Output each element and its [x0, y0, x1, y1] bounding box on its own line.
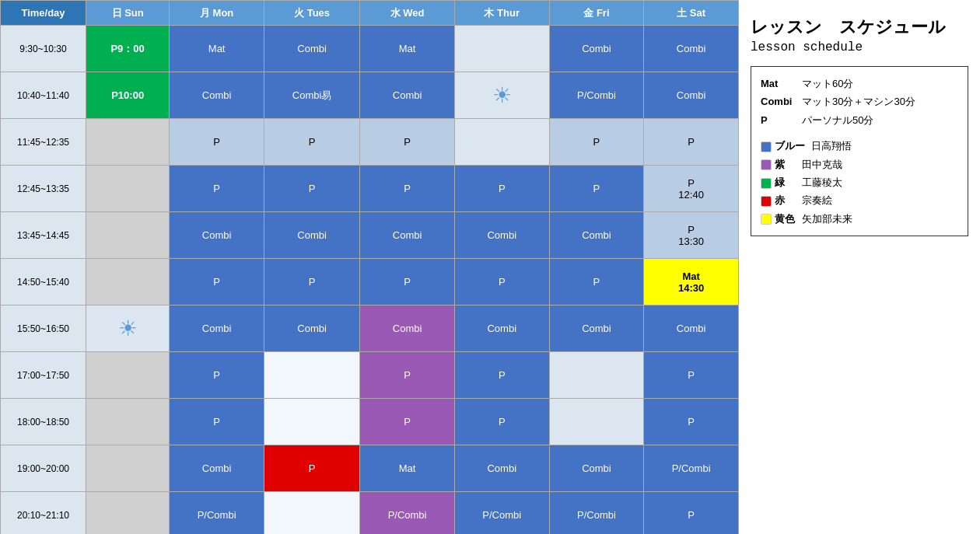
cell-fri-5: P	[549, 259, 644, 305]
cell-thu-9: Combi	[454, 445, 549, 492]
cell-mon-2: P	[170, 119, 264, 166]
color-dot	[761, 159, 772, 170]
cell-tue-4: Combi	[264, 212, 359, 259]
color-dot	[761, 214, 772, 225]
legend-color-row: 黄色矢加部未来	[761, 210, 958, 228]
time-cell-1: 10:40~11:40	[1, 72, 86, 119]
sun-icon: ☀	[118, 316, 138, 340]
cell-tue-10	[264, 492, 359, 535]
cell-wed-9: Mat	[360, 445, 455, 492]
cell-sat-9: P/Combi	[644, 445, 739, 492]
cell-fri-10: P/Combi	[549, 492, 644, 535]
header-wed: 水 Wed	[360, 1, 455, 26]
cell-fri-4: Combi	[549, 212, 644, 259]
color-label-text: 赤	[761, 191, 796, 209]
cell-sat-1: Combi	[644, 72, 739, 119]
color-person-name: 日高翔悟	[811, 137, 958, 155]
cell-fri-8	[549, 399, 644, 445]
cell-mon-1: Combi	[170, 72, 264, 119]
cell-fri-6: Combi	[549, 305, 644, 352]
cell-thu-4: Combi	[454, 212, 549, 259]
time-cell-10: 20:10~21:10	[1, 492, 86, 535]
cell-sat-7: P	[644, 352, 739, 399]
legend-color-row: 緑工藤稜太	[761, 173, 958, 191]
cell-tue-9: P	[264, 445, 359, 492]
color-dot	[761, 196, 772, 207]
cell-thu-0	[454, 26, 549, 72]
cell-sat-2: P	[644, 119, 739, 166]
cell-wed-5: P	[360, 259, 455, 305]
header-sat: 土 Sat	[644, 1, 739, 26]
legend-color-row: ブルー日高翔悟	[761, 137, 958, 155]
cell-mon-4: Combi	[170, 212, 264, 259]
cell-sun-0: P9：00	[86, 26, 170, 72]
time-cell-6: 15:50~16:50	[1, 305, 86, 352]
header-mon: 月 Mon	[170, 1, 264, 26]
cell-sun-7	[86, 352, 170, 399]
legend-title-jp: レッスン スケジュール	[751, 16, 968, 39]
cell-wed-10: P/Combi	[360, 492, 455, 535]
color-label-text: ブルー	[761, 137, 805, 155]
cell-tue-2: P	[264, 119, 359, 166]
legend-item: Pパーソナル50分	[761, 111, 958, 129]
cell-tue-0: Combi	[264, 26, 359, 72]
cell-tue-1: Combi易	[264, 72, 359, 119]
cell-thu-7: P	[454, 352, 549, 399]
cell-sun-5	[86, 259, 170, 305]
cell-tue-3: P	[264, 166, 359, 212]
cell-wed-1: Combi	[360, 72, 455, 119]
cell-mon-5: P	[170, 259, 264, 305]
cell-sun-1: P10:00	[86, 72, 170, 119]
cell-fri-0: Combi	[549, 26, 644, 72]
time-cell-3: 12:45~13:35	[1, 166, 86, 212]
cell-thu-8: P	[454, 399, 549, 445]
cell-mon-10: P/Combi	[170, 492, 264, 535]
legend-item: Matマット60分	[761, 75, 958, 92]
cell-fri-3: P	[549, 166, 644, 212]
cell-sun-10	[86, 492, 170, 535]
cell-fri-7	[549, 352, 644, 399]
cell-mon-3: P	[170, 166, 264, 212]
cell-sun-2	[86, 119, 170, 166]
cell-thu-2	[454, 119, 549, 166]
legend-item: Combiマット30分＋マシン30分	[761, 92, 958, 110]
cell-sun-4	[86, 212, 170, 259]
color-dot	[761, 178, 772, 189]
legend-color-row: 紫田中克哉	[761, 155, 958, 173]
header-time: Time/day	[1, 1, 86, 26]
cell-thu-3: P	[454, 166, 549, 212]
table-container: Time/day 日 Sun 月 Mon 火 Tues 水 Wed 木 Thur…	[0, 0, 739, 534]
cell-thu-5: P	[454, 259, 549, 305]
cell-tue-5: P	[264, 259, 359, 305]
cell-mon-9: Combi	[170, 445, 264, 492]
legend-color-row: 赤宗奏絵	[761, 191, 958, 209]
schedule-table: Time/day 日 Sun 月 Mon 火 Tues 水 Wed 木 Thur…	[0, 0, 739, 534]
legend-val: マット60分	[802, 75, 958, 92]
time-cell-9: 19:00~20:00	[1, 445, 86, 492]
color-person-name: 工藤稜太	[802, 173, 958, 191]
color-person-name: 矢加部未来	[802, 210, 958, 228]
cell-mon-7: P	[170, 352, 264, 399]
legend-box: Matマット60分Combiマット30分＋マシン30分Pパーソナル50分 ブルー…	[751, 66, 968, 236]
color-dot	[761, 141, 772, 152]
time-cell-0: 9:30~10:30	[1, 26, 86, 72]
cell-sat-5: Mat14:30	[644, 259, 739, 305]
cell-mon-6: Combi	[170, 305, 264, 352]
time-cell-4: 13:45~14:45	[1, 212, 86, 259]
cell-fri-9: Combi	[549, 445, 644, 492]
header-thu: 木 Thur	[454, 1, 549, 26]
legend-key: P	[761, 111, 796, 129]
cell-wed-7: P	[360, 352, 455, 399]
header-tue: 火 Tues	[264, 1, 359, 26]
cell-fri-1: P/Combi	[549, 72, 644, 119]
cell-wed-0: Mat	[360, 26, 455, 72]
cell-sun-8	[86, 399, 170, 445]
cell-wed-2: P	[360, 119, 455, 166]
legend-val: マット30分＋マシン30分	[802, 92, 958, 110]
cell-wed-8: P	[360, 399, 455, 445]
cell-tue-7	[264, 352, 359, 399]
sun-icon: ☀	[492, 83, 512, 107]
cell-sat-6: Combi	[644, 305, 739, 352]
cell-mon-0: Mat	[170, 26, 264, 72]
cell-tue-8	[264, 399, 359, 445]
